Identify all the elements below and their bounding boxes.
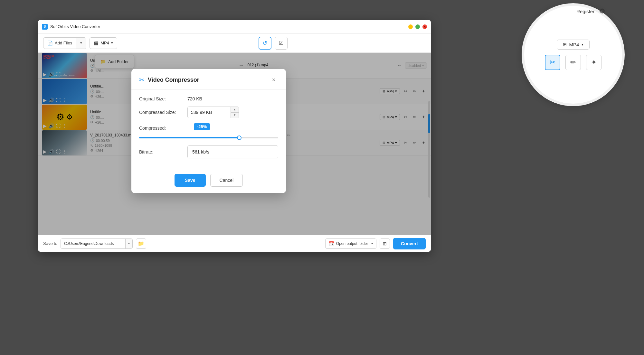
size-up-button[interactable]: ▲ <box>231 107 239 113</box>
path-selector[interactable]: C:\Users\Eugene\Downloads ▾ <box>61 238 133 249</box>
mp4-label: MP4 <box>100 41 109 45</box>
add-files-button[interactable]: 📄 Add Files ▾ <box>43 37 86 49</box>
bitrate-row: Bitrate: 561 kb/s <box>139 145 278 158</box>
maximize-button[interactable] <box>415 24 420 29</box>
modal-title-icon: ✂ <box>139 76 145 84</box>
toolbar: 📄 Add Files ▾ 🎬 MP4 ▾ ↺ ☑ <box>38 33 431 53</box>
close-button[interactable]: × <box>422 24 427 29</box>
compress-badge: -25% <box>194 123 210 130</box>
minimize-button[interactable] <box>408 24 413 29</box>
register-button[interactable]: Register <box>576 9 594 14</box>
grid-view-button[interactable]: ⊞ <box>380 238 390 249</box>
mp4-dropdown-arrow: ▾ <box>111 41 113 45</box>
add-files-dropdown-arrow[interactable]: ▾ <box>76 38 86 49</box>
zoom-edit-icon[interactable]: ✏ <box>565 55 581 70</box>
calendar-icon: 📅 <box>329 241 334 246</box>
zoom-magic-icon[interactable]: ✦ <box>586 55 601 70</box>
title-bar: S SoftOrbits Video Converter × <box>38 20 431 33</box>
slider-container[interactable] <box>139 135 278 140</box>
content-area: Download NOW using a link below ▶ 🔊 ⛶ ⋮ … <box>38 53 431 235</box>
cancel-button[interactable]: Cancel <box>210 174 243 187</box>
convert-button[interactable]: Convert <box>393 238 426 249</box>
zoom-compress-icon[interactable]: ✂ <box>545 55 560 70</box>
zoom-grid-icon: ⊞ <box>563 42 567 47</box>
zoom-magic-symbol: ✦ <box>591 58 597 67</box>
app-title: SoftOrbits Video Converter <box>50 24 408 29</box>
modal-close-button[interactable]: × <box>269 75 278 84</box>
compressed-size-label: Compressed Size: <box>139 110 187 115</box>
app-window: S SoftOrbits Video Converter × 📄 Add Fil… <box>38 20 431 252</box>
zoom-edit-symbol: ✏ <box>570 58 576 67</box>
bitrate-input[interactable]: 561 kb/s <box>187 145 278 158</box>
original-size-value: 720 KB <box>187 96 202 101</box>
compressed-size-value: 539.99 KB <box>188 110 231 115</box>
size-down-button[interactable]: ▼ <box>231 113 239 118</box>
register-area: Register ⚙ <box>576 7 605 15</box>
modal-footer: Save Cancel <box>131 170 286 193</box>
zoom-compress-symbol: ✂ <box>550 58 555 67</box>
modal-overlay: ✂ Video Compressor × Original Size: 720 … <box>38 53 431 235</box>
compressed-size-row: Compressed Size: 539.99 KB ▲ ▼ <box>139 107 278 118</box>
compressed-label: Compressed: <box>139 126 187 131</box>
add-files-icon: 📄 <box>47 41 53 46</box>
original-size-row: Original Size: 720 KB <box>139 96 278 101</box>
video-compressor-dialog: ✂ Video Compressor × Original Size: 720 … <box>131 69 286 193</box>
zoom-mp4-selector[interactable]: ⊞ MP4 ▾ <box>557 40 590 50</box>
app-icon: S <box>42 24 48 30</box>
zoom-circle: ⊞ MP4 ▾ ✂ ✏ ✦ <box>522 3 625 106</box>
path-value: C:\Users\Eugene\Downloads <box>61 241 125 246</box>
mp4-format-button[interactable]: 🎬 MP4 ▾ <box>90 37 117 49</box>
modal-header: ✂ Video Compressor × <box>131 69 286 90</box>
path-dropdown-arrow[interactable]: ▾ <box>125 239 132 248</box>
mp4-icon: 🎬 <box>94 41 99 45</box>
zoom-dropdown-arrow: ▾ <box>582 42 583 47</box>
open-output-arrow: ▾ <box>371 242 373 245</box>
slider-thumb[interactable] <box>237 135 242 140</box>
modal-body: Original Size: 720 KB Compressed Size: 5… <box>131 90 286 170</box>
bottom-bar: Save to C:\Users\Eugene\Downloads ▾ 📁 📅 … <box>38 235 431 252</box>
open-output-label: Open output folder <box>336 241 368 246</box>
bitrate-label: Bitrate: <box>139 149 187 154</box>
save-to-label: Save to <box>43 241 57 246</box>
save-button[interactable]: Save <box>175 174 206 187</box>
original-size-label: Original Size: <box>139 96 187 101</box>
bitrate-value: 561 kb/s <box>192 149 209 154</box>
open-output-button[interactable]: 📅 Open output folder ▾ <box>325 238 376 249</box>
add-files-label: Add Files <box>55 41 72 45</box>
settings-icon[interactable]: ⚙ <box>599 7 605 15</box>
zoom-mp4-label: MP4 <box>569 42 579 47</box>
compressed-size-input[interactable]: 539.99 KB ▲ ▼ <box>187 107 239 118</box>
compressed-row: Compressed: -25% <box>139 123 278 140</box>
rotate-button[interactable]: ↺ <box>259 37 271 50</box>
check-button[interactable]: ☑ <box>275 37 288 50</box>
browse-folder-button[interactable]: 📁 <box>136 238 146 249</box>
modal-title: Video Compressor <box>148 77 199 83</box>
